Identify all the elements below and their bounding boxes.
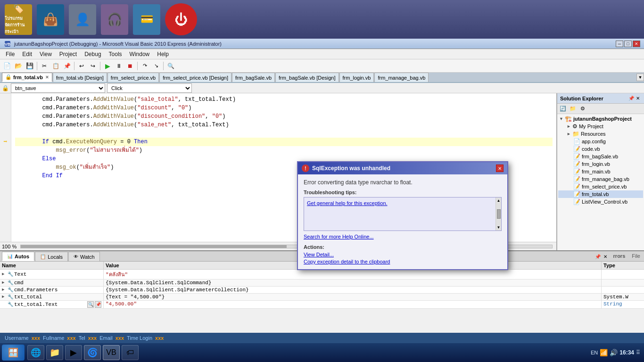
tab-close-0[interactable]: ✕ bbox=[45, 75, 49, 80]
vs-close-btn[interactable]: ✕ bbox=[633, 41, 640, 47]
se-tree[interactable]: ▼ 🏗️ jutanunBagshopProject ► ⚙ My Projec… bbox=[557, 114, 644, 250]
panel-close-btn[interactable]: ✕ bbox=[602, 253, 609, 260]
panel-tab-watch-label: Watch bbox=[80, 254, 95, 260]
menu-debug[interactable]: Debug bbox=[81, 50, 105, 58]
debug-gutter: ➡ bbox=[0, 93, 11, 242]
se-listview-control[interactable]: 📝 ListView_Control.vb bbox=[558, 198, 643, 206]
exception-tips-label: Troubleshooting tips: bbox=[304, 189, 502, 195]
taskbar-chrome[interactable]: 🌀 bbox=[84, 345, 101, 360]
tab-frm-total-vb[interactable]: 🔒 frm_total.vb ✕ bbox=[2, 73, 52, 82]
tab-frm-bagsale-design[interactable]: frm_bagSale.vb [Design] bbox=[275, 73, 339, 82]
sales-icon: 🏷️ โปรแกรมจัดการร้านกระเป๋า bbox=[5, 4, 32, 35]
tb-copy-btn[interactable]: 📋 bbox=[50, 61, 61, 71]
tab-scroll-btn[interactable]: ▼ bbox=[636, 74, 644, 81]
tb-stepin-btn[interactable]: ↘ bbox=[151, 61, 161, 71]
se-item-frm-total: frm_total.vb bbox=[582, 191, 609, 197]
table-row[interactable]: 🔧 txt_total.Text 🔍 📌 "4,500.00" String bbox=[0, 301, 644, 309]
taskbar-app[interactable]: 🏷 bbox=[122, 345, 139, 360]
autos-rows[interactable]: ► 🔧 Text "คลังสิน" ► 🔧 cmd bbox=[0, 270, 644, 333]
tab-frm-login[interactable]: frm_login.vb bbox=[339, 73, 374, 82]
person-icon: 👤 bbox=[69, 4, 96, 35]
tb-redo-btn[interactable]: ↪ bbox=[88, 61, 98, 71]
table-row[interactable]: ► 🔧 Text "คลังสิน" bbox=[0, 270, 644, 280]
menu-view[interactable]: View bbox=[36, 50, 56, 58]
se-frm-login[interactable]: 📝 frm_login.vb bbox=[558, 160, 643, 168]
menu-help[interactable]: Help bbox=[153, 50, 173, 58]
tb-save-btn[interactable]: 💾 bbox=[25, 61, 35, 71]
row5-pin-btn[interactable]: 📌 bbox=[95, 301, 101, 308]
tb-open-btn[interactable]: 📂 bbox=[13, 61, 24, 71]
systray: EN 📶 🔊 16:34 ⠿ bbox=[591, 349, 642, 356]
exception-action2-link[interactable]: Copy exception detail to the clipboard bbox=[304, 259, 502, 264]
exception-action1-link[interactable]: View Detail... bbox=[304, 252, 502, 257]
se-item-frm-main: frm_main.vb bbox=[582, 169, 611, 174]
tab-frm-total-design[interactable]: frm_total.vb [Design] bbox=[53, 73, 107, 82]
power-icon: ⏻ bbox=[165, 3, 197, 35]
se-appconfig[interactable]: 📄 app.config bbox=[558, 138, 643, 145]
se-toolbar: 🔄 📁 ⚙ bbox=[557, 104, 644, 114]
tb-paste-btn[interactable]: 📌 bbox=[62, 61, 72, 71]
se-item-appconfig: app.config bbox=[582, 139, 606, 144]
menu-file[interactable]: File bbox=[2, 50, 18, 58]
exception-search-link[interactable]: Search for more Help Online... bbox=[304, 234, 502, 239]
vs-minimize-btn[interactable]: ─ bbox=[616, 41, 623, 47]
se-frm-main[interactable]: 📝 frm_main.vb bbox=[558, 168, 643, 175]
se-item-resources: Resources bbox=[581, 131, 606, 137]
tab-frm-select-price-design[interactable]: frm_select_price.vb [Design] bbox=[159, 73, 231, 82]
exception-help-link[interactable]: Get general help for this exception. bbox=[307, 200, 498, 206]
menu-project[interactable]: Project bbox=[56, 50, 81, 58]
se-code[interactable]: 📝 code.vb bbox=[558, 145, 643, 153]
fullname-value: xxx bbox=[67, 335, 75, 341]
se-tb-btn1[interactable]: 🔄 bbox=[558, 104, 568, 114]
panel-tab-autos[interactable]: 📊 Autos bbox=[2, 252, 34, 261]
tab-frm-bagsale[interactable]: frm_bagSale.vb bbox=[232, 73, 275, 82]
vs-maximize-btn[interactable]: □ bbox=[624, 41, 632, 47]
taskbar-media[interactable]: ▶ bbox=[65, 345, 82, 360]
exception-help-box[interactable]: Get general help for this exception. ▲ ▼ bbox=[304, 197, 502, 231]
tb-new-btn[interactable]: 📄 bbox=[2, 61, 12, 71]
se-tb-btn3[interactable]: ⚙ bbox=[578, 104, 587, 114]
taskbar-ie[interactable]: 🌐 bbox=[27, 345, 44, 360]
panel-tab-watch[interactable]: 👁 Watch bbox=[68, 252, 100, 261]
row2-name: ► 🔧 cmd bbox=[0, 280, 104, 286]
code-object-combo[interactable]: btn_save bbox=[11, 83, 105, 93]
exception-close-btn[interactable]: ✕ bbox=[496, 165, 504, 172]
tab-frm-manage-bag[interactable]: frm_manage_bag.vb bbox=[374, 73, 429, 82]
table-row[interactable]: ► 🔧 txt_total {Text = "4,500.00"} System… bbox=[0, 294, 644, 301]
menu-window[interactable]: Window bbox=[126, 50, 154, 58]
debug-arrow: ➡ bbox=[3, 138, 7, 146]
code-event-combo[interactable]: Click bbox=[107, 83, 192, 93]
panel-tab-autos-label: Autos bbox=[15, 254, 29, 259]
se-tb-btn2[interactable]: 📁 bbox=[568, 104, 578, 114]
tb-stop-btn[interactable]: ⏹ bbox=[125, 61, 135, 71]
tb-run-btn[interactable]: ▶ bbox=[102, 61, 113, 71]
tb-cut-btn[interactable]: ✂ bbox=[39, 61, 50, 71]
panel-tab-locals[interactable]: 📋 Locals bbox=[35, 252, 68, 261]
se-root-item[interactable]: ▼ 🏗️ jutanunBagshopProject bbox=[558, 115, 643, 123]
menu-edit[interactable]: Edit bbox=[18, 50, 36, 58]
code-line-7: msg_error("ไม่สามารถเพิ่มได้") bbox=[15, 146, 553, 155]
se-resources[interactable]: ► 📁 Resources bbox=[558, 130, 643, 138]
se-frm-select-price[interactable]: 📝 frm_select_price.vb bbox=[558, 183, 643, 190]
tab-frm-select-price[interactable]: frm_select_price.vb bbox=[107, 73, 159, 82]
panel-pin-btn[interactable]: 📌 bbox=[594, 253, 601, 260]
start-button[interactable]: 🪟 bbox=[2, 345, 25, 361]
row3-name: ► 🔧 cmd.Parameters bbox=[0, 287, 104, 293]
se-close-btn[interactable]: ✕ bbox=[635, 95, 641, 102]
taskbar-explorer[interactable]: 📁 bbox=[46, 345, 63, 360]
tb-search-btn[interactable]: 🔍 bbox=[165, 61, 176, 71]
se-pin-btn[interactable]: 📌 bbox=[628, 95, 635, 102]
se-frm-manage-bag[interactable]: 📝 frm_manage_bag.vb bbox=[558, 175, 643, 183]
se-frm-total[interactable]: 📝 frm_total.vb bbox=[558, 190, 643, 198]
tb-pause-btn[interactable]: ⏸ bbox=[114, 61, 124, 71]
se-frm-bagsale[interactable]: 📝 frm_bagSale.vb bbox=[558, 153, 643, 160]
se-myproject[interactable]: ► ⚙ My Project bbox=[558, 123, 643, 130]
menu-tools[interactable]: Tools bbox=[105, 50, 126, 58]
tb-stepover-btn[interactable]: ↷ bbox=[140, 61, 150, 71]
row5-search-btn[interactable]: 🔍 bbox=[87, 301, 94, 308]
se-project-name: jutanunBagshopProject bbox=[573, 116, 632, 122]
tb-undo-btn[interactable]: ↩ bbox=[76, 61, 87, 71]
taskbar-vb[interactable]: VB bbox=[103, 345, 120, 360]
table-row[interactable]: ► 🔧 cmd {System.Data.SqlClient.SqlComman… bbox=[0, 280, 644, 287]
table-row[interactable]: ► 🔧 cmd.Parameters {System.Data.SqlClien… bbox=[0, 287, 644, 294]
